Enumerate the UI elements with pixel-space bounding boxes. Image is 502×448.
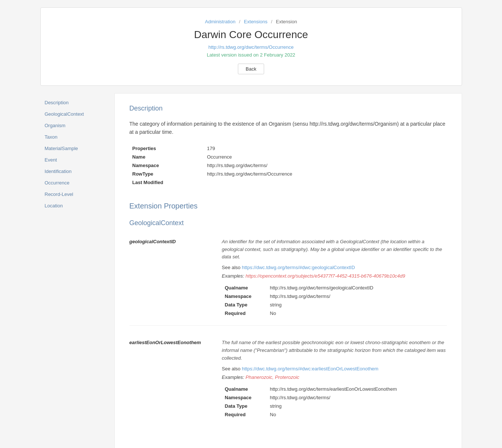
see-also-link-0[interactable]: https://dwc.tdwg.org/terms/#dwc:geologic… — [242, 265, 355, 270]
example-values-earliest: Phanerozoic, Proterozoic — [246, 374, 299, 380]
properties-table: Properties 179 Name Occurrence Namespace… — [129, 144, 447, 187]
table-row: Required No — [223, 309, 446, 317]
prop-label: Namespace — [130, 162, 204, 169]
table-row: Qualname http://rs.tdwg.org/dwc/terms/ea… — [223, 385, 446, 393]
prop-value-properties: 179 — [205, 145, 446, 152]
examples-earliest: Examples: Phanerozoic, Proterozoic — [222, 374, 447, 380]
prop-name-earliest-eon: earliestEonOrLowestEonothem — [129, 339, 211, 419]
detail-label: Data Type — [223, 402, 267, 410]
back-button[interactable]: Back — [238, 64, 264, 74]
sidebar: Description GeologicalContext Organism T… — [40, 93, 114, 448]
property-row-geological-context-id: geologicalContextID An identifier for th… — [129, 238, 447, 326]
see-also: See also https://dwc.tdwg.org/terms/#dwc… — [222, 265, 447, 270]
ext-props-title: Extension Properties — [129, 198, 447, 210]
table-row: Required No — [223, 411, 446, 418]
detail-table-earliest: Qualname http://rs.tdwg.org/dwc/terms/ea… — [222, 384, 447, 419]
sidebar-item-location[interactable]: Location — [40, 200, 114, 211]
detail-table: Qualname http://rs.tdwg.org/dwc/terms/ge… — [222, 283, 447, 318]
table-row: Data Type string — [223, 301, 446, 309]
prop-label: Properties — [130, 145, 204, 152]
property-row-earliest-eon: earliestEonOrLowestEonothem The full nam… — [129, 339, 447, 426]
prop-label: RowType — [130, 170, 204, 178]
detail-label: Qualname — [223, 385, 267, 393]
prop-description-earliest: The full name of the earliest possible g… — [222, 339, 447, 362]
prop-name-geological-context-id: geologicalContextID — [129, 238, 211, 318]
extensions-link[interactable]: Extensions — [244, 19, 267, 24]
examples-label: Examples: — [222, 273, 246, 279]
detail-value-datatype: string — [268, 301, 446, 309]
admin-link[interactable]: Administration — [205, 19, 235, 24]
description-text: The category of information pertaining t… — [129, 120, 447, 136]
occurrence-url-link[interactable]: http://rs.tdwg.org/dwc/terms/Occurrence — [48, 44, 454, 50]
detail-value-namespace: http://rs.tdwg.org/dwc/terms/ — [268, 292, 446, 300]
prop-label: Last Modified — [130, 179, 204, 186]
table-row: Qualname http://rs.tdwg.org/dwc/terms/ge… — [223, 284, 446, 292]
examples-label-earliest: Examples: — [222, 374, 246, 380]
prop-description: An identifier for the set of information… — [222, 238, 447, 261]
detail-label: Data Type — [223, 301, 267, 309]
table-row: Data Type string — [223, 402, 446, 410]
sidebar-item-identification[interactable]: Identification — [40, 166, 114, 177]
see-also-earliest: See also https://dwc.tdwg.org/terms/#dwc… — [222, 366, 447, 371]
sidebar-item-organism[interactable]: Organism — [40, 120, 114, 131]
breadcrumb-current: Extension — [276, 19, 297, 24]
sidebar-item-occurrence[interactable]: Occurrence — [40, 177, 114, 189]
prop-value-namespace: http://rs.tdwg.org/dwc/terms/ — [205, 162, 446, 169]
table-row: Name Occurrence — [130, 153, 446, 161]
prop-value-rowtype: http://rs.tdwg.org/dwc/terms/Occurrence — [205, 170, 446, 178]
detail-label: Namespace — [223, 394, 267, 401]
table-row: Namespace http://rs.tdwg.org/dwc/terms/ — [223, 394, 446, 401]
see-also-label: See also — [222, 265, 242, 270]
breadcrumb: Administration / Extensions / Extension — [48, 19, 454, 24]
sidebar-item-description[interactable]: Description — [40, 97, 114, 108]
table-row: RowType http://rs.tdwg.org/dwc/terms/Occ… — [130, 170, 446, 178]
detail-value-required-earliest: No — [268, 411, 446, 418]
description-title: Description — [129, 105, 447, 114]
detail-value-qualname-earliest: http://rs.tdwg.org/dwc/terms/earliestEon… — [268, 385, 446, 393]
sidebar-item-materialsample[interactable]: MaterialSample — [40, 143, 114, 154]
table-row: Namespace http://rs.tdwg.org/dwc/terms/ — [223, 292, 446, 300]
detail-label: Required — [223, 309, 267, 317]
see-also-label-earliest: See also — [222, 366, 242, 371]
table-row: Last Modified — [130, 179, 446, 186]
detail-value-datatype-earliest: string — [268, 402, 446, 410]
description-section: Description The category of information … — [129, 105, 447, 187]
geological-context-section: GeologicalContext geologicalContextID An… — [129, 219, 447, 427]
prop-value-lastmodified — [205, 179, 446, 186]
prop-details-geological-context-id: An identifier for the set of information… — [222, 238, 447, 318]
sidebar-item-taxon[interactable]: Taxon — [40, 131, 114, 143]
examples: Examples: https://opencontext.org/subjec… — [222, 273, 447, 279]
page-title: Darwin Core Occurrence — [48, 29, 454, 41]
version-text: Latest version issued on 2 February 2022 — [48, 52, 454, 58]
sidebar-item-record-level[interactable]: Record-Level — [40, 189, 114, 200]
see-also-link-1[interactable]: https://dwc.tdwg.org/terms/#dwc:earliest… — [242, 366, 378, 371]
prop-label: Name — [130, 153, 204, 161]
table-row: Properties 179 — [130, 145, 446, 152]
table-row: Namespace http://rs.tdwg.org/dwc/terms/ — [130, 162, 446, 169]
breadcrumb-sep2: / — [271, 19, 273, 24]
detail-label: Qualname — [223, 284, 267, 292]
prop-details-earliest-eon: The full name of the earliest possible g… — [222, 339, 447, 419]
sidebar-item-geologicalcontext[interactable]: GeologicalContext — [40, 108, 114, 120]
sidebar-item-event[interactable]: Event — [40, 154, 114, 166]
detail-label: Namespace — [223, 292, 267, 300]
breadcrumb-sep1: / — [239, 19, 240, 24]
main-content: Description The category of information … — [114, 93, 462, 448]
detail-label: Required — [223, 411, 267, 418]
detail-value-required: No — [268, 309, 446, 317]
example-link-0[interactable]: https://opencontext.org/subjects/e54377f… — [246, 273, 405, 279]
detail-value-namespace-earliest: http://rs.tdwg.org/dwc/terms/ — [268, 394, 446, 401]
geological-context-title: GeologicalContext — [129, 219, 447, 229]
prop-value-name: Occurrence — [205, 153, 446, 161]
detail-value-qualname: http://rs.tdwg.org/dwc/terms/geologicalC… — [268, 284, 446, 292]
